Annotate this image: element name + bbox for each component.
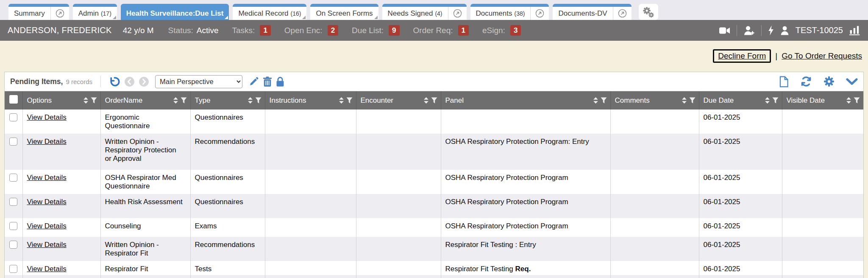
column-header-options[interactable]: Options (22, 91, 100, 110)
tab-needs-signed[interactable]: Needs Signed (4) (382, 4, 467, 20)
divider (761, 25, 762, 36)
tab-settings-button[interactable] (639, 4, 658, 20)
sort-icon[interactable] (173, 97, 178, 104)
tab-medical-record[interactable]: Medical Record (16) (233, 4, 306, 20)
sort-icon[interactable] (248, 97, 253, 104)
sort-icon[interactable] (846, 97, 851, 104)
add-person-button[interactable] (743, 25, 755, 36)
patient-id[interactable]: TEST-10025 (796, 25, 843, 35)
tasks-badge[interactable]: 1 (260, 25, 270, 36)
row-checkbox[interactable] (9, 198, 17, 206)
lock-perspective-button[interactable] (276, 76, 284, 87)
sort-icon[interactable] (339, 97, 344, 104)
filter-icon[interactable] (772, 97, 779, 104)
due-list-badge[interactable]: 9 (389, 25, 399, 36)
due-list-label: Due List: (352, 26, 384, 35)
order-req-badge[interactable]: 1 (458, 25, 469, 36)
cell-due-date: 06-01-2025 (699, 261, 782, 275)
row-checkbox[interactable] (9, 174, 17, 182)
row-checkbox[interactable] (9, 222, 17, 230)
tab-summary[interactable]: Summary (8, 4, 69, 20)
status-label: Status: (168, 26, 193, 35)
sort-icon[interactable] (593, 97, 598, 104)
tab-documents-dv[interactable]: Documents-DV (553, 4, 631, 20)
row-checkbox[interactable] (9, 265, 17, 273)
cell-ordername: Health Risk Assessment (100, 194, 190, 218)
divider (737, 25, 737, 36)
select-all-checkbox[interactable] (9, 95, 18, 104)
sort-icon[interactable] (424, 97, 428, 104)
column-header-encounter[interactable]: Encounter (356, 91, 441, 110)
view-details-link[interactable]: View Details (27, 138, 67, 146)
sort-icon[interactable] (682, 97, 687, 104)
view-details-link[interactable]: View Details (27, 265, 67, 273)
row-checkbox[interactable] (9, 241, 17, 249)
cell-encounter (356, 110, 441, 134)
tab-summary-popout[interactable] (50, 7, 69, 20)
external-link-icon (535, 9, 544, 18)
filter-icon[interactable] (91, 97, 97, 104)
tab-on-screen-forms[interactable]: On Screen Forms (310, 4, 378, 20)
cell-ordername: Ergonomic Questionnaire (100, 110, 190, 134)
perspective-select[interactable]: Main Perspective (155, 75, 242, 88)
grid-settings-button[interactable] (823, 76, 835, 87)
patient-name: ANDERSON, FREDERICK (8, 25, 112, 35)
next-button[interactable] (139, 76, 149, 87)
filter-icon[interactable] (255, 97, 262, 104)
column-header-panel[interactable]: Panel (441, 91, 610, 110)
view-details-link[interactable]: View Details (27, 241, 67, 249)
tab-label: Documents (476, 9, 512, 18)
previous-button[interactable] (124, 76, 135, 87)
refresh-button[interactable] (800, 76, 812, 87)
esign-label: eSign: (482, 26, 505, 35)
tab-health-surveillance-due-list[interactable]: Health Surveillance:Due List (121, 4, 229, 20)
view-details-link[interactable]: View Details (27, 222, 67, 230)
cell-type: Tests (190, 261, 265, 275)
cell-due-date: 06-01-2025 (699, 170, 782, 194)
filter-icon[interactable] (689, 97, 696, 104)
row-checkbox[interactable] (9, 113, 17, 121)
tab-fold (302, 16, 306, 19)
sort-icon[interactable] (765, 97, 770, 104)
column-header-ordername[interactable]: OrderName (100, 91, 190, 110)
tab-documents-dv-popout[interactable] (613, 7, 632, 20)
cell-select (5, 218, 22, 237)
delete-perspective-button[interactable] (263, 76, 272, 87)
column-header-type[interactable]: Type (190, 91, 265, 110)
edit-perspective-button[interactable] (249, 76, 259, 87)
column-header-instructions[interactable]: Instructions (265, 91, 356, 110)
undo-button[interactable] (109, 76, 120, 87)
row-checkbox[interactable] (9, 138, 17, 146)
filter-icon[interactable] (346, 97, 353, 104)
filter-icon[interactable] (601, 97, 607, 104)
view-details-link[interactable]: View Details (27, 174, 67, 182)
filter-icon[interactable] (181, 97, 187, 104)
filter-icon[interactable] (431, 97, 437, 104)
tab-needs-signed-popout[interactable] (448, 7, 467, 20)
tab-admin[interactable]: Admin (17) (73, 4, 117, 20)
tab-count: (17) (101, 10, 111, 17)
view-details-link[interactable]: View Details (27, 113, 67, 121)
quick-actions-button[interactable] (768, 25, 774, 35)
tab-label: Needs Signed (388, 9, 433, 18)
video-camera-button[interactable] (719, 27, 730, 34)
cell-due-date: 06-01-2025 (699, 134, 782, 170)
tab-documents[interactable]: Documents (38) (470, 4, 549, 20)
esign-badge[interactable]: 3 (510, 25, 521, 36)
new-document-button[interactable] (779, 76, 789, 87)
view-details-link[interactable]: View Details (27, 198, 67, 206)
cell-options: View Details (22, 237, 100, 261)
collapse-button[interactable] (846, 78, 858, 85)
tab-documents-popout[interactable] (530, 7, 549, 20)
open-enc-badge[interactable]: 2 (328, 25, 338, 36)
column-header-visible-date[interactable]: Visible Date (782, 91, 863, 110)
flowsheet-chart-button[interactable] (849, 25, 860, 35)
go-to-order-requests-link[interactable]: Go To Order Requests (782, 51, 862, 61)
patient-profile-button[interactable] (780, 26, 789, 35)
pending-items-grid: Pending Items, 9 records (4, 72, 864, 278)
decline-form-link[interactable]: Decline Form (718, 51, 766, 60)
column-header-due-date[interactable]: Due Date (699, 91, 782, 110)
column-header-comments[interactable]: Comments (610, 91, 699, 110)
filter-icon[interactable] (854, 97, 860, 104)
sort-icon[interactable] (83, 97, 88, 104)
